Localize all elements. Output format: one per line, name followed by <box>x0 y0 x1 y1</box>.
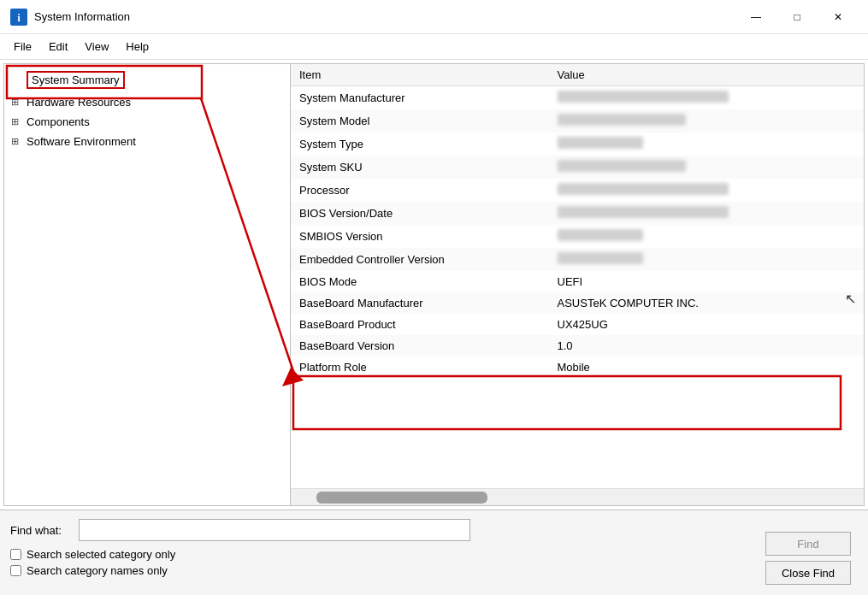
find-row: Find what: <box>10 519 858 541</box>
detail-table: Item Value System ManufacturerSystem Mod… <box>291 64 864 488</box>
svg-text:i: i <box>17 11 21 24</box>
cell-item: BIOS Version/Date <box>291 202 549 225</box>
search-names-label: Search category names only <box>27 564 168 577</box>
table-row: Processor <box>291 179 864 202</box>
cell-item: Platform Role <box>291 356 549 378</box>
tree-label-components: Components <box>27 115 90 128</box>
table-row: System Model <box>291 109 864 133</box>
cell-item: Processor <box>291 179 549 202</box>
cell-value <box>549 109 865 133</box>
cell-value <box>549 86 865 110</box>
bottom-buttons: Find Close Find <box>765 532 851 585</box>
table-row: System SKU <box>291 156 864 179</box>
cell-item: System Manufacturer <box>291 86 549 110</box>
h-scrollbar-thumb <box>316 492 487 504</box>
menu-help[interactable]: Help <box>119 37 156 56</box>
tree-item-system-summary[interactable]: System Summary <box>4 68 290 92</box>
expand-icon-sw: ⊞ <box>11 136 23 147</box>
table-row: BaseBoard ProductUX425UG <box>291 314 864 335</box>
cell-value <box>549 133 865 156</box>
column-header-value: Value <box>549 64 865 86</box>
search-names-checkbox[interactable] <box>10 565 21 576</box>
table-row: SMBIOS Version <box>291 225 864 248</box>
cell-item: BaseBoard Version <box>291 335 549 356</box>
detail-panel: Item Value System ManufacturerSystem Mod… <box>291 64 864 505</box>
expand-icon-hw: ⊞ <box>11 97 23 108</box>
cell-value <box>549 156 865 179</box>
cell-item: BaseBoard Product <box>291 314 549 335</box>
horizontal-scrollbar[interactable] <box>291 488 864 505</box>
cell-value: UEFI <box>549 271 865 292</box>
tree-label-software-environment: Software Environment <box>27 135 136 148</box>
menu-bar: File Edit View Help <box>0 34 868 60</box>
search-selected-label: Search selected category only <box>27 548 175 561</box>
split-pane: System Summary ⊞ Hardware Resources ⊞ Co… <box>3 63 865 506</box>
title-bar-left: i System Information <box>10 9 130 26</box>
tree-label-hardware-resources: Hardware Resources <box>27 96 131 109</box>
title-bar-controls: — □ ✕ <box>736 5 858 29</box>
close-find-button[interactable]: Close Find <box>765 561 851 585</box>
cell-item: System SKU <box>291 156 549 179</box>
bottom-panel: Find what: Search selected category only… <box>0 510 868 595</box>
expand-icon-comp: ⊞ <box>11 116 23 127</box>
tree-item-hardware-resources[interactable]: ⊞ Hardware Resources <box>4 92 290 112</box>
column-header-item: Item <box>291 64 549 86</box>
table-row: Embedded Controller Version <box>291 248 864 271</box>
main-content: System Summary ⊞ Hardware Resources ⊞ Co… <box>0 60 868 595</box>
close-button[interactable]: ✕ <box>818 5 858 29</box>
tree-label-system-summary: System Summary <box>27 71 125 89</box>
checkbox-row-1: Search selected category only <box>10 548 858 561</box>
checkbox-row-2: Search category names only <box>10 564 858 577</box>
cell-item: System Model <box>291 109 549 133</box>
tree-item-components[interactable]: ⊞ Components <box>4 112 290 132</box>
menu-edit[interactable]: Edit <box>42 37 74 56</box>
cell-value: ASUSTeK COMPUTER INC. <box>549 292 865 314</box>
find-button[interactable]: Find <box>765 532 851 556</box>
cell-item: Embedded Controller Version <box>291 248 549 271</box>
tree-item-software-environment[interactable]: ⊞ Software Environment <box>4 132 290 151</box>
table-row: BIOS ModeUEFI <box>291 271 864 292</box>
maximize-button[interactable]: □ <box>777 5 817 29</box>
cell-item: BIOS Mode <box>291 271 549 292</box>
table-row: System Manufacturer <box>291 86 864 110</box>
table-row: System Type <box>291 133 864 156</box>
find-label: Find what: <box>10 524 70 537</box>
app-icon: i <box>10 9 27 26</box>
cell-item: BaseBoard Manufacturer <box>291 292 549 314</box>
find-input[interactable] <box>79 519 470 541</box>
cell-item: SMBIOS Version <box>291 225 549 248</box>
cell-item: System Type <box>291 133 549 156</box>
window-title: System Information <box>34 10 130 23</box>
title-bar: i System Information — □ ✕ <box>0 0 868 34</box>
cell-value: Mobile <box>549 356 865 378</box>
table-row: BaseBoard Version1.0 <box>291 335 864 356</box>
table-row: BaseBoard ManufacturerASUSTeK COMPUTER I… <box>291 292 864 314</box>
tree-panel: System Summary ⊞ Hardware Resources ⊞ Co… <box>4 64 291 505</box>
minimize-button[interactable]: — <box>736 5 776 29</box>
search-selected-checkbox[interactable] <box>10 549 21 560</box>
table-row: BIOS Version/Date <box>291 202 864 225</box>
menu-view[interactable]: View <box>78 37 115 56</box>
menu-file[interactable]: File <box>7 37 38 56</box>
cell-value: UX425UG <box>549 314 865 335</box>
cell-value <box>549 225 865 248</box>
table-row: Platform RoleMobile <box>291 356 864 378</box>
cell-value <box>549 202 865 225</box>
cell-value: 1.0 <box>549 335 865 356</box>
cell-value <box>549 179 865 202</box>
cell-value <box>549 248 865 271</box>
